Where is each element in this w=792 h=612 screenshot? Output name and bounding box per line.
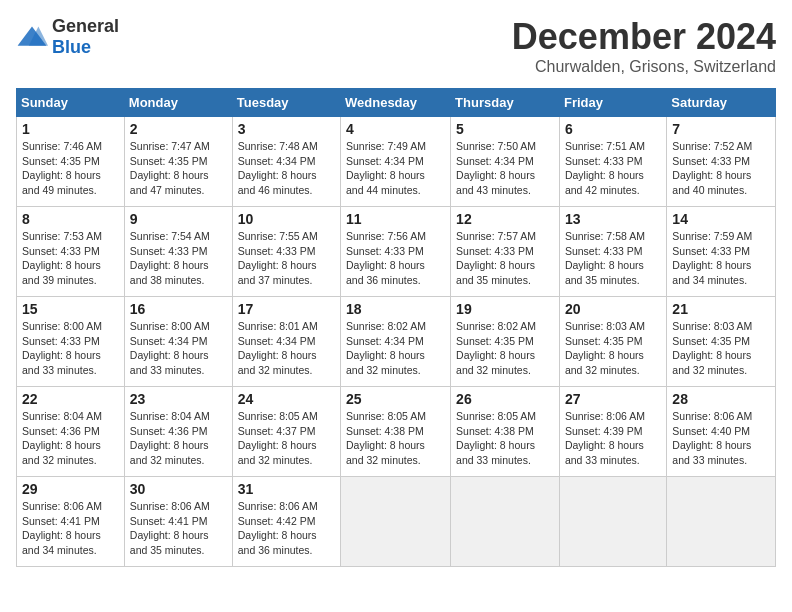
day-info: Sunrise: 8:00 AM Sunset: 4:34 PM Dayligh… bbox=[130, 319, 227, 378]
table-row: 31 Sunrise: 8:06 AM Sunset: 4:42 PM Dayl… bbox=[232, 477, 340, 567]
table-row: 5 Sunrise: 7:50 AM Sunset: 4:34 PM Dayli… bbox=[451, 117, 560, 207]
day-number: 5 bbox=[456, 121, 554, 137]
day-info: Sunrise: 8:00 AM Sunset: 4:33 PM Dayligh… bbox=[22, 319, 119, 378]
table-row: 8 Sunrise: 7:53 AM Sunset: 4:33 PM Dayli… bbox=[17, 207, 125, 297]
table-row bbox=[451, 477, 560, 567]
logo-general: General bbox=[52, 16, 119, 36]
day-info: Sunrise: 7:59 AM Sunset: 4:33 PM Dayligh… bbox=[672, 229, 770, 288]
day-info: Sunrise: 7:49 AM Sunset: 4:34 PM Dayligh… bbox=[346, 139, 445, 198]
page-header: General Blue December 2024 Churwalden, G… bbox=[16, 16, 776, 76]
calendar-week-row: 1 Sunrise: 7:46 AM Sunset: 4:35 PM Dayli… bbox=[17, 117, 776, 207]
day-number: 6 bbox=[565, 121, 661, 137]
table-row: 15 Sunrise: 8:00 AM Sunset: 4:33 PM Dayl… bbox=[17, 297, 125, 387]
location-title: Churwalden, Grisons, Switzerland bbox=[512, 58, 776, 76]
day-number: 1 bbox=[22, 121, 119, 137]
calendar-week-row: 29 Sunrise: 8:06 AM Sunset: 4:41 PM Dayl… bbox=[17, 477, 776, 567]
calendar-week-row: 15 Sunrise: 8:00 AM Sunset: 4:33 PM Dayl… bbox=[17, 297, 776, 387]
table-row bbox=[341, 477, 451, 567]
day-number: 14 bbox=[672, 211, 770, 227]
month-title: December 2024 bbox=[512, 16, 776, 58]
calendar-table: Sunday Monday Tuesday Wednesday Thursday… bbox=[16, 88, 776, 567]
table-row: 24 Sunrise: 8:05 AM Sunset: 4:37 PM Dayl… bbox=[232, 387, 340, 477]
day-number: 13 bbox=[565, 211, 661, 227]
title-area: December 2024 Churwalden, Grisons, Switz… bbox=[512, 16, 776, 76]
day-info: Sunrise: 7:50 AM Sunset: 4:34 PM Dayligh… bbox=[456, 139, 554, 198]
col-saturday: Saturday bbox=[667, 89, 776, 117]
day-info: Sunrise: 8:02 AM Sunset: 4:35 PM Dayligh… bbox=[456, 319, 554, 378]
table-row bbox=[559, 477, 666, 567]
day-info: Sunrise: 7:53 AM Sunset: 4:33 PM Dayligh… bbox=[22, 229, 119, 288]
day-info: Sunrise: 7:51 AM Sunset: 4:33 PM Dayligh… bbox=[565, 139, 661, 198]
day-info: Sunrise: 8:06 AM Sunset: 4:39 PM Dayligh… bbox=[565, 409, 661, 468]
table-row: 11 Sunrise: 7:56 AM Sunset: 4:33 PM Dayl… bbox=[341, 207, 451, 297]
day-info: Sunrise: 7:55 AM Sunset: 4:33 PM Dayligh… bbox=[238, 229, 335, 288]
day-number: 7 bbox=[672, 121, 770, 137]
col-tuesday: Tuesday bbox=[232, 89, 340, 117]
table-row: 26 Sunrise: 8:05 AM Sunset: 4:38 PM Dayl… bbox=[451, 387, 560, 477]
table-row: 20 Sunrise: 8:03 AM Sunset: 4:35 PM Dayl… bbox=[559, 297, 666, 387]
table-row: 16 Sunrise: 8:00 AM Sunset: 4:34 PM Dayl… bbox=[124, 297, 232, 387]
table-row: 25 Sunrise: 8:05 AM Sunset: 4:38 PM Dayl… bbox=[341, 387, 451, 477]
day-info: Sunrise: 8:03 AM Sunset: 4:35 PM Dayligh… bbox=[565, 319, 661, 378]
col-thursday: Thursday bbox=[451, 89, 560, 117]
col-friday: Friday bbox=[559, 89, 666, 117]
table-row: 19 Sunrise: 8:02 AM Sunset: 4:35 PM Dayl… bbox=[451, 297, 560, 387]
table-row: 9 Sunrise: 7:54 AM Sunset: 4:33 PM Dayli… bbox=[124, 207, 232, 297]
day-info: Sunrise: 7:58 AM Sunset: 4:33 PM Dayligh… bbox=[565, 229, 661, 288]
day-number: 29 bbox=[22, 481, 119, 497]
table-row: 17 Sunrise: 8:01 AM Sunset: 4:34 PM Dayl… bbox=[232, 297, 340, 387]
table-row: 14 Sunrise: 7:59 AM Sunset: 4:33 PM Dayl… bbox=[667, 207, 776, 297]
day-number: 17 bbox=[238, 301, 335, 317]
day-number: 4 bbox=[346, 121, 445, 137]
table-row: 7 Sunrise: 7:52 AM Sunset: 4:33 PM Dayli… bbox=[667, 117, 776, 207]
day-number: 26 bbox=[456, 391, 554, 407]
day-info: Sunrise: 8:05 AM Sunset: 4:38 PM Dayligh… bbox=[346, 409, 445, 468]
day-number: 18 bbox=[346, 301, 445, 317]
day-number: 22 bbox=[22, 391, 119, 407]
calendar-week-row: 22 Sunrise: 8:04 AM Sunset: 4:36 PM Dayl… bbox=[17, 387, 776, 477]
day-info: Sunrise: 7:57 AM Sunset: 4:33 PM Dayligh… bbox=[456, 229, 554, 288]
day-info: Sunrise: 7:54 AM Sunset: 4:33 PM Dayligh… bbox=[130, 229, 227, 288]
col-sunday: Sunday bbox=[17, 89, 125, 117]
logo: General Blue bbox=[16, 16, 119, 58]
day-info: Sunrise: 7:47 AM Sunset: 4:35 PM Dayligh… bbox=[130, 139, 227, 198]
day-info: Sunrise: 8:02 AM Sunset: 4:34 PM Dayligh… bbox=[346, 319, 445, 378]
day-info: Sunrise: 8:04 AM Sunset: 4:36 PM Dayligh… bbox=[22, 409, 119, 468]
day-number: 30 bbox=[130, 481, 227, 497]
logo-text: General Blue bbox=[52, 16, 119, 58]
day-number: 27 bbox=[565, 391, 661, 407]
table-row: 13 Sunrise: 7:58 AM Sunset: 4:33 PM Dayl… bbox=[559, 207, 666, 297]
day-info: Sunrise: 7:52 AM Sunset: 4:33 PM Dayligh… bbox=[672, 139, 770, 198]
day-info: Sunrise: 8:06 AM Sunset: 4:41 PM Dayligh… bbox=[22, 499, 119, 558]
table-row: 29 Sunrise: 8:06 AM Sunset: 4:41 PM Dayl… bbox=[17, 477, 125, 567]
day-number: 16 bbox=[130, 301, 227, 317]
day-number: 31 bbox=[238, 481, 335, 497]
day-info: Sunrise: 7:46 AM Sunset: 4:35 PM Dayligh… bbox=[22, 139, 119, 198]
col-monday: Monday bbox=[124, 89, 232, 117]
day-number: 21 bbox=[672, 301, 770, 317]
table-row: 3 Sunrise: 7:48 AM Sunset: 4:34 PM Dayli… bbox=[232, 117, 340, 207]
day-info: Sunrise: 8:06 AM Sunset: 4:42 PM Dayligh… bbox=[238, 499, 335, 558]
day-number: 25 bbox=[346, 391, 445, 407]
calendar-header-row: Sunday Monday Tuesday Wednesday Thursday… bbox=[17, 89, 776, 117]
day-number: 3 bbox=[238, 121, 335, 137]
day-number: 8 bbox=[22, 211, 119, 227]
day-number: 19 bbox=[456, 301, 554, 317]
day-number: 12 bbox=[456, 211, 554, 227]
table-row: 30 Sunrise: 8:06 AM Sunset: 4:41 PM Dayl… bbox=[124, 477, 232, 567]
calendar-week-row: 8 Sunrise: 7:53 AM Sunset: 4:33 PM Dayli… bbox=[17, 207, 776, 297]
table-row: 23 Sunrise: 8:04 AM Sunset: 4:36 PM Dayl… bbox=[124, 387, 232, 477]
table-row: 21 Sunrise: 8:03 AM Sunset: 4:35 PM Dayl… bbox=[667, 297, 776, 387]
day-info: Sunrise: 8:05 AM Sunset: 4:38 PM Dayligh… bbox=[456, 409, 554, 468]
col-wednesday: Wednesday bbox=[341, 89, 451, 117]
table-row: 6 Sunrise: 7:51 AM Sunset: 4:33 PM Dayli… bbox=[559, 117, 666, 207]
day-number: 11 bbox=[346, 211, 445, 227]
day-info: Sunrise: 8:04 AM Sunset: 4:36 PM Dayligh… bbox=[130, 409, 227, 468]
day-number: 2 bbox=[130, 121, 227, 137]
day-info: Sunrise: 8:06 AM Sunset: 4:41 PM Dayligh… bbox=[130, 499, 227, 558]
table-row: 2 Sunrise: 7:47 AM Sunset: 4:35 PM Dayli… bbox=[124, 117, 232, 207]
table-row: 28 Sunrise: 8:06 AM Sunset: 4:40 PM Dayl… bbox=[667, 387, 776, 477]
table-row: 4 Sunrise: 7:49 AM Sunset: 4:34 PM Dayli… bbox=[341, 117, 451, 207]
table-row: 27 Sunrise: 8:06 AM Sunset: 4:39 PM Dayl… bbox=[559, 387, 666, 477]
day-info: Sunrise: 8:03 AM Sunset: 4:35 PM Dayligh… bbox=[672, 319, 770, 378]
